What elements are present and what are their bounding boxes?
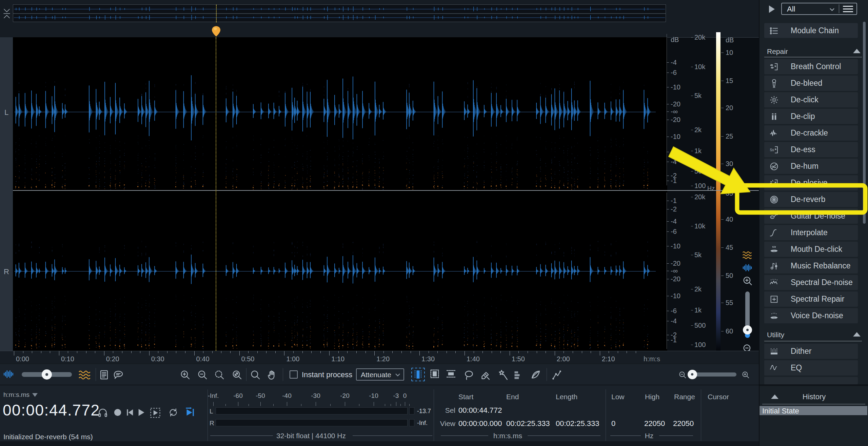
timeline-minor-tick [50, 351, 50, 353]
module-item-de-plosive[interactable]: De-plosive [764, 175, 858, 190]
monitor-headphones-button[interactable] [97, 407, 108, 418]
time-selection-tool[interactable] [411, 368, 425, 381]
meter-minor-tick [391, 404, 391, 406]
zoom-in-icon[interactable] [179, 369, 191, 381]
module-item-de-clip[interactable]: De-clip [764, 109, 858, 124]
ruler-label: 20 [726, 104, 733, 112]
view-end-value[interactable]: 00:02:25.333 [506, 419, 550, 428]
hzoom-in-icon[interactable] [741, 370, 750, 379]
ruler-label: 10k [694, 63, 705, 71]
channel-divider[interactable] [13, 190, 759, 191]
hand-tool-icon[interactable] [267, 369, 278, 381]
hzoom-out-icon[interactable] [678, 370, 687, 379]
module-item-de-crackle[interactable]: De-crackle [764, 125, 858, 141]
playhead-marker-pin[interactable] [212, 26, 221, 37]
utility-collapse-icon[interactable] [853, 332, 861, 337]
ruler-label: 1k [694, 306, 702, 314]
run-module-play-icon[interactable] [769, 5, 775, 13]
search-icon[interactable] [250, 369, 261, 381]
timeline-minor-tick [518, 351, 519, 353]
vertical-zoom-in-icon[interactable] [742, 275, 753, 287]
module-list-scrollbar[interactable] [863, 22, 866, 224]
panel-menu-icon[interactable] [843, 6, 853, 14]
feather-tool-icon[interactable] [529, 369, 541, 381]
lasso-tool-icon[interactable] [463, 369, 475, 381]
view-start-value[interactable]: 00:00:00.000 [458, 419, 502, 428]
spectrogram-view-icon[interactable] [742, 250, 753, 260]
timeline-tick-label: 0:10 [61, 355, 74, 363]
loop-button[interactable] [167, 407, 179, 418]
timeline-tick-label: 2:10 [602, 355, 615, 363]
time-format-selector[interactable]: h:m:s.ms [3, 391, 38, 399]
frequency-selection-tool[interactable] [445, 368, 458, 381]
module-item-de-reverb[interactable]: De-reverb [764, 192, 858, 207]
module-item-voice-de-noise[interactable]: Voice De-noise [764, 308, 858, 323]
meter-right-clip[interactable] [409, 419, 414, 426]
current-time-display[interactable]: 00:00:44.772 [3, 401, 100, 419]
module-item-eq[interactable]: EQ [764, 360, 858, 376]
time-frequency-selection-tool[interactable] [429, 368, 442, 381]
module-item-spectral-repair[interactable]: Spectral Repair [764, 291, 858, 307]
ruler-label: 55 [726, 299, 733, 307]
hzoom-slider-knob[interactable] [688, 370, 697, 379]
divider [760, 384, 868, 386]
ruler-tick [667, 340, 669, 340]
session-notes-icon[interactable] [98, 369, 110, 381]
module-label: De-plosive [791, 178, 828, 187]
ruler-tick [691, 96, 693, 96]
spectrogram-display-icon[interactable] [78, 369, 92, 381]
comment-icon[interactable] [112, 369, 125, 381]
vertical-zoom-slider[interactable] [745, 291, 750, 329]
overview-waveform[interactable] [13, 4, 666, 22]
waveform-spectrogram-canvas[interactable] [13, 37, 667, 351]
waveform-view-icon[interactable] [742, 263, 753, 272]
zoom-out-icon[interactable] [197, 369, 208, 381]
display-blend-slider-knob[interactable] [42, 369, 52, 380]
waveform-display-icon[interactable] [3, 369, 14, 379]
zoom-selection-icon[interactable] [214, 369, 225, 381]
module-item-dither[interactable]: Dither [764, 344, 858, 359]
instant-process-checkbox[interactable] [290, 370, 298, 379]
history-item[interactable]: Initial State [760, 406, 867, 415]
view-range-value[interactable]: 22050 [673, 419, 694, 428]
module-chain-button[interactable]: Module Chain [764, 23, 858, 38]
node-tool-icon[interactable] [551, 369, 563, 381]
process-mode-select[interactable]: Attenuate [356, 368, 404, 381]
module-item-interpolate[interactable]: Interpolate [764, 225, 858, 240]
sel-start-value[interactable]: 00:00:44.772 [458, 406, 502, 415]
timeline-minor-tick [392, 351, 393, 353]
module-item-mouth-de-click[interactable]: Mouth De-click [764, 242, 858, 257]
overview-collapse-icon[interactable] [2, 8, 12, 19]
follow-playhead-button[interactable] [184, 407, 195, 418]
module-item-guitar-de-noise[interactable]: Guitar De-noise [764, 208, 858, 224]
ruler-label: 100 [694, 182, 706, 190]
brush-tool-icon[interactable] [479, 369, 492, 381]
meter-major-tick [396, 402, 396, 406]
view-low-value[interactable]: 0 [611, 419, 615, 428]
music-rebalance-icon [769, 261, 779, 271]
module-item-de-click[interactable]: De-click [764, 92, 858, 107]
attenuation-bars-icon[interactable] [512, 369, 524, 381]
play-button[interactable] [135, 407, 146, 418]
module-item-spectral-de-noise[interactable]: Spectral De-noise [764, 275, 858, 290]
time-unit-footer: h:m:s.ms [490, 432, 526, 440]
module-item-de-hum[interactable]: De-hum [764, 159, 858, 174]
magic-wand-tool-icon[interactable] [497, 369, 509, 381]
preset-filter-select[interactable]: All [781, 3, 857, 15]
module-item-de-ess[interactable]: SsDe-ess [764, 142, 858, 157]
timeline-ruler[interactable]: 0:000:100:200:300:400:501:001:101:201:30… [0, 351, 759, 364]
skip-to-start-button[interactable] [124, 407, 136, 418]
record-button[interactable] [112, 407, 123, 418]
zoom-fit-icon[interactable] [231, 369, 243, 381]
spectrogram-gradient-legend[interactable] [716, 32, 721, 351]
module-item-breath-control[interactable]: Breath Control [764, 59, 858, 74]
module-item-de-bleed[interactable]: De-bleed [764, 76, 858, 91]
module-item-partial[interactable] [764, 377, 858, 384]
play-selection-button[interactable] [149, 407, 161, 419]
meter-left-clip[interactable] [409, 407, 414, 414]
module-item-music-rebalance[interactable]: Music Rebalance [764, 258, 858, 273]
view-length-value[interactable]: 00:02:25.333 [556, 419, 599, 428]
repair-collapse-icon[interactable] [853, 49, 861, 53]
view-high-value[interactable]: 22050 [644, 419, 665, 428]
vertical-zoom-slider-knob[interactable] [743, 325, 752, 334]
